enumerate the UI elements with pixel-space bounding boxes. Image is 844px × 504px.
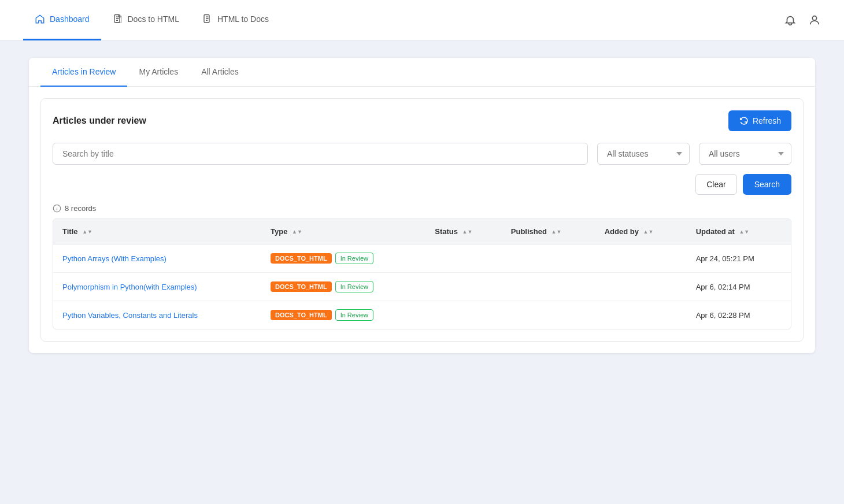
col-added-by[interactable]: Added by ▲▼: [595, 219, 687, 244]
home-icon: [35, 14, 45, 24]
search-input[interactable]: [53, 143, 588, 165]
cell-type: DOCS_TO_HTML In Review: [261, 301, 425, 329]
navbar: Dashboard Docs to HTML HTML to Docs: [0, 0, 844, 40]
sort-arrows-published: ▲▼: [551, 229, 562, 235]
cell-added-by: [595, 273, 687, 301]
col-type[interactable]: Type ▲▼: [261, 219, 425, 244]
nav-items: Dashboard Docs to HTML HTML to Docs: [23, 0, 784, 40]
cell-added-by: [595, 301, 687, 329]
cell-title: Python Variables, Constants and Literals: [53, 301, 261, 329]
type-badge: DOCS_TO_HTML: [271, 310, 332, 320]
col-published[interactable]: Published ▲▼: [502, 219, 595, 244]
doc-icon-2: [202, 14, 213, 24]
filters-row: All statuses In Review Published Draft A…: [53, 143, 791, 165]
sort-arrows-updated-at: ▲▼: [739, 229, 749, 235]
badge-row: DOCS_TO_HTML In Review: [271, 281, 416, 292]
cell-status: [425, 244, 502, 273]
cell-added-by: [595, 244, 687, 273]
tab-my-articles[interactable]: My Articles: [127, 58, 190, 87]
col-updated-at[interactable]: Updated at ▲▼: [687, 219, 791, 244]
cell-status: [425, 273, 502, 301]
col-status[interactable]: Status ▲▼: [425, 219, 502, 244]
sort-arrows-status: ▲▼: [462, 229, 473, 235]
cell-updated-at: Apr 6, 02:14 PM: [687, 273, 791, 301]
nav-label-html-to-docs: HTML to Docs: [217, 14, 269, 24]
table-scroll[interactable]: Title ▲▼ Type ▲▼ Status ▲▼: [53, 219, 791, 329]
type-badge: DOCS_TO_HTML: [271, 253, 332, 264]
records-count: 8 records: [53, 204, 791, 213]
search-button[interactable]: Search: [743, 174, 791, 195]
inner-card: Articles under review Refresh All status…: [40, 98, 804, 342]
article-link[interactable]: Python Variables, Constants and Literals: [62, 311, 198, 320]
cell-published: [502, 301, 595, 329]
tabs-bar: Articles in Review My Articles All Artic…: [29, 58, 815, 87]
actions-row: Clear Search: [53, 174, 791, 195]
table-row: Python Arrays (With Examples) DOCS_TO_HT…: [53, 244, 791, 273]
article-link[interactable]: Python Arrays (With Examples): [62, 254, 166, 263]
nav-item-dashboard[interactable]: Dashboard: [23, 0, 101, 40]
nav-item-html-to-docs[interactable]: HTML to Docs: [191, 0, 280, 40]
status-badge: In Review: [335, 309, 373, 321]
cell-updated-at: Apr 6, 02:28 PM: [687, 301, 791, 329]
refresh-icon: [739, 116, 748, 125]
cell-updated-at: Apr 24, 05:21 PM: [687, 244, 791, 273]
col-title[interactable]: Title ▲▼: [53, 219, 261, 244]
info-icon: [53, 204, 61, 213]
tab-all-articles[interactable]: All Articles: [190, 58, 250, 87]
cell-title: Polymorphism in Python(with Examples): [53, 273, 261, 301]
status-filter[interactable]: All statuses In Review Published Draft: [597, 143, 690, 165]
articles-table: Title ▲▼ Type ▲▼ Status ▲▼: [53, 219, 791, 329]
table-header-row: Title ▲▼ Type ▲▼ Status ▲▼: [53, 219, 791, 244]
cell-status: [425, 301, 502, 329]
tab-articles-in-review[interactable]: Articles in Review: [40, 58, 127, 87]
svg-point-2: [812, 16, 816, 20]
sort-arrows-added-by: ▲▼: [643, 229, 654, 235]
cell-title: Python Arrays (With Examples): [53, 244, 261, 273]
card-header: Articles under review Refresh: [53, 110, 791, 131]
cell-type: DOCS_TO_HTML In Review: [261, 244, 425, 273]
user-button[interactable]: [808, 14, 821, 27]
clear-button[interactable]: Clear: [695, 174, 736, 195]
doc-icon-1: [113, 14, 123, 24]
cell-published: [502, 244, 595, 273]
main-card: Articles in Review My Articles All Artic…: [29, 58, 815, 353]
sort-arrows-type: ▲▼: [292, 229, 302, 235]
status-badge: In Review: [335, 253, 373, 264]
table-row: Polymorphism in Python(with Examples) DO…: [53, 273, 791, 301]
nav-label-dashboard: Dashboard: [50, 14, 90, 24]
table-wrapper: Title ▲▼ Type ▲▼ Status ▲▼: [53, 218, 791, 329]
users-filter[interactable]: All users: [699, 143, 791, 165]
notification-button[interactable]: [784, 14, 797, 27]
cell-published: [502, 273, 595, 301]
main-content: Articles in Review My Articles All Artic…: [0, 40, 844, 370]
status-badge: In Review: [335, 281, 373, 292]
nav-right: [784, 14, 821, 27]
badge-row: DOCS_TO_HTML In Review: [271, 309, 416, 321]
article-link[interactable]: Polymorphism in Python(with Examples): [62, 283, 197, 291]
card-title: Articles under review: [53, 116, 146, 126]
cell-type: DOCS_TO_HTML In Review: [261, 273, 425, 301]
badge-row: DOCS_TO_HTML In Review: [271, 253, 416, 264]
table-row: Python Variables, Constants and Literals…: [53, 301, 791, 329]
nav-label-docs-to-html: Docs to HTML: [128, 14, 179, 24]
refresh-button[interactable]: Refresh: [728, 110, 791, 131]
sort-arrows-title: ▲▼: [82, 229, 92, 235]
bell-icon: [784, 14, 797, 27]
user-icon: [808, 14, 821, 27]
type-badge: DOCS_TO_HTML: [271, 281, 332, 292]
nav-item-docs-to-html[interactable]: Docs to HTML: [101, 0, 191, 40]
